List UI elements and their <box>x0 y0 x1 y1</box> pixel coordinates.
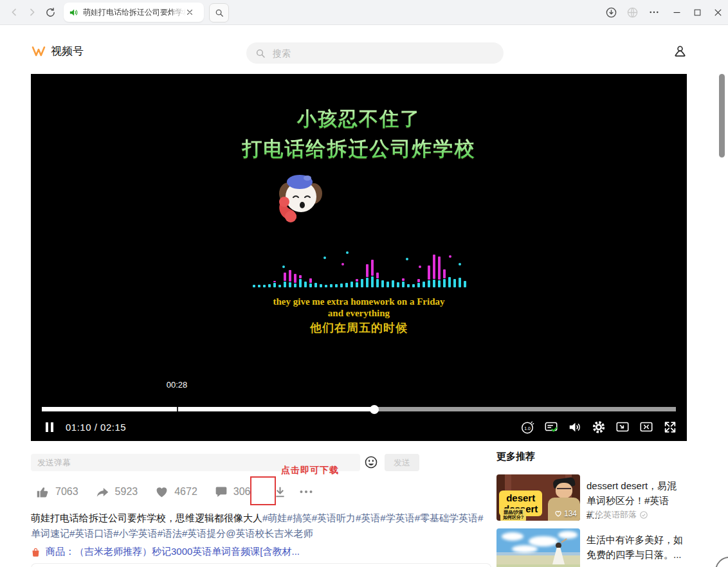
ellipsis-icon <box>648 6 660 18</box>
tab-audio-icon <box>69 8 78 17</box>
more-dots-icon <box>298 484 314 500</box>
danmaku-icon <box>544 419 558 435</box>
send-danmaku-button[interactable]: 发送 <box>385 454 419 471</box>
emoji-button[interactable] <box>364 455 378 472</box>
channels-brand[interactable]: 视频号 <box>31 44 84 59</box>
site-search-bar[interactable] <box>246 42 504 64</box>
download-callout-text: 点击即可下载 <box>281 465 339 476</box>
comment-icon <box>215 485 228 498</box>
maximize-button[interactable] <box>688 3 706 21</box>
danmaku-toggle-button[interactable] <box>544 420 558 434</box>
minimize-icon <box>672 8 682 17</box>
floating-widget-cutoff[interactable] <box>715 557 728 567</box>
verified-badge-icon <box>639 510 648 519</box>
reco-thumbnail-1[interactable]: desert dessert 甜品/沙漠 如何区分? 134 <box>496 474 580 521</box>
comment-count: 306 <box>233 486 251 498</box>
description-text: 萌娃打电话给拆迁公司要炸学校，思维逻辑都很像大人 <box>31 512 262 523</box>
volume-icon <box>568 420 582 435</box>
product-link[interactable]: 商品：（吉米老师推荐）秒记3000英语单词音频课[含教材... <box>31 546 300 558</box>
subtitle-en-line1: they give me extra homework on a Friday <box>31 296 687 307</box>
tab-close-icon[interactable] <box>186 8 194 16</box>
favorite-button[interactable]: 4672 <box>155 485 197 499</box>
reco-author-1[interactable]: 艾伦英语部落 <box>587 509 648 521</box>
pause-button[interactable] <box>42 420 57 434</box>
download-video-button[interactable] <box>273 485 287 499</box>
brand-text: 视频号 <box>51 44 84 59</box>
favorite-count: 4672 <box>174 486 197 498</box>
back-button[interactable] <box>5 3 23 21</box>
share-count: 5923 <box>115 486 138 498</box>
downloads-button[interactable] <box>602 3 620 21</box>
like-count: 7063 <box>55 486 78 498</box>
speed-icon: 1.0 <box>520 420 534 435</box>
share-button[interactable]: 5923 <box>96 485 138 499</box>
browser-globe-button[interactable] <box>623 3 641 21</box>
thumbs-up-icon <box>36 485 50 499</box>
maximize-icon <box>693 8 702 17</box>
globe-icon <box>626 6 639 19</box>
subtitle-zh: 他们在周五的时候 <box>31 320 687 336</box>
download-circle-icon <box>605 6 617 19</box>
video-description: 萌娃打电话给拆迁公司要炸学校，思维逻辑都很像大人#萌娃#搞笑#英语听力#英语#学… <box>31 510 491 541</box>
stats-row: 7063 5923 4672 306 <box>36 482 331 501</box>
user-icon <box>673 44 687 59</box>
close-window-button[interactable] <box>709 3 727 21</box>
video-player[interactable]: 小孩忍不住了 打电话给拆迁公司炸学校 they give me extra ho… <box>31 74 687 441</box>
progress-playhead[interactable] <box>370 405 379 414</box>
volume-button[interactable] <box>568 420 582 434</box>
product-link-text: 商品：（吉米老师推荐）秒记3000英语单词音频课[含教材... <box>46 546 300 558</box>
close-icon <box>713 8 723 17</box>
tab-title: 萌娃打电话给拆迁公司要炸学校 <box>83 7 186 18</box>
heart-icon <box>155 485 168 499</box>
channels-logo-icon <box>31 44 46 59</box>
search-icon <box>255 48 266 59</box>
comment-button[interactable]: 306 <box>215 485 251 498</box>
person-head-graphic <box>556 543 561 548</box>
progress-hover-time: 00:28 <box>167 380 188 390</box>
reco-thumbnail-2[interactable] <box>496 528 580 567</box>
recommendations-heading: 更多推荐 <box>496 451 535 463</box>
fullscreen-button[interactable] <box>663 420 677 434</box>
person-dress-graphic <box>552 548 565 564</box>
cloud-graphic <box>558 531 578 539</box>
heart-outline-icon <box>554 510 562 518</box>
reload-icon <box>45 7 56 18</box>
comment-card-top-edge <box>31 563 491 567</box>
person-arm-graphic <box>561 538 567 543</box>
browser-tab[interactable]: 萌娃打电话给拆迁公司要炸学校 <box>64 3 204 22</box>
profile-button[interactable] <box>673 44 687 62</box>
svg-text:1.0: 1.0 <box>524 426 531 430</box>
player-controls: 01:10 / 02:15 1.0 <box>31 417 687 437</box>
browser-menu-button[interactable] <box>645 3 663 21</box>
picture-in-picture-button[interactable] <box>615 420 630 434</box>
like-button[interactable]: 7063 <box>36 485 78 499</box>
forward-icon <box>27 7 37 17</box>
audio-spectrum <box>253 248 471 287</box>
fullscreen-icon <box>663 420 677 435</box>
search-input[interactable] <box>271 48 486 59</box>
cartoon-dog-phone-graphic <box>274 168 328 230</box>
reco-title-2[interactable]: 生活中有许多美好，如免费的四季与日落。... <box>587 532 683 562</box>
shopping-bag-icon <box>31 547 41 557</box>
progress-bar[interactable] <box>42 407 676 411</box>
scrollbar-thumb[interactable] <box>719 74 725 158</box>
playback-speed-button[interactable]: 1.0 <box>520 420 534 434</box>
minimize-button[interactable] <box>668 3 686 21</box>
thumb-like-overlay: 134 <box>554 509 577 518</box>
gear-icon <box>592 420 606 435</box>
reload-button[interactable] <box>41 3 59 21</box>
forward-button[interactable] <box>23 3 41 21</box>
search-icon <box>215 8 224 17</box>
back-icon <box>9 7 19 17</box>
more-actions-button[interactable] <box>298 484 314 500</box>
settings-button[interactable] <box>592 420 606 434</box>
cloud-graphic <box>502 532 523 541</box>
subtitle-en-line2: and everything <box>31 308 687 319</box>
emoji-icon <box>364 455 378 469</box>
new-tab-search-button[interactable] <box>209 3 229 22</box>
video-overlay-title-line2: 打电话给拆迁公司炸学校 <box>31 136 687 163</box>
glasses-graphic <box>557 488 571 491</box>
theater-mode-button[interactable] <box>639 420 653 434</box>
download-icon <box>273 485 287 499</box>
progress-hover-marker <box>177 407 178 411</box>
